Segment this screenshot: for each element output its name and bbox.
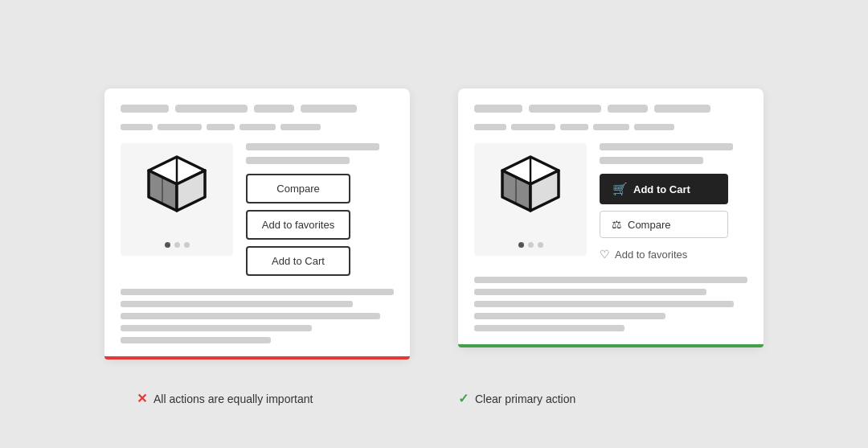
title-line-good: [600, 157, 703, 164]
heart-icon: ♡: [600, 248, 610, 261]
good-icon: ✓: [458, 391, 469, 406]
header-line-g3: [608, 105, 648, 113]
desc-line-g5: [474, 325, 624, 331]
header-line-4: [301, 105, 357, 113]
compare-button-bad[interactable]: Compare: [246, 174, 350, 203]
product-image-area-good: [474, 143, 587, 256]
header-line-g1: [474, 105, 522, 113]
desc-line-g4: [474, 313, 665, 319]
desc-skeleton-bad: [121, 289, 394, 343]
dot-3: [184, 242, 190, 248]
header-line-1: [121, 105, 169, 113]
product-info-bad: Compare Add to favorites Add to Cart: [246, 143, 394, 276]
price-line: [246, 143, 379, 150]
nav-line-g5: [634, 124, 674, 130]
product-info-good: 🛒 Add to Cart ⚖ Compare ♡ Add to favorit…: [600, 143, 747, 264]
desc-line-g3: [474, 301, 734, 307]
desc-line-1: [121, 289, 394, 295]
favorites-button-good[interactable]: ♡ Add to favorites: [600, 245, 747, 264]
nav-line-g4: [593, 124, 629, 130]
add-to-cart-label: Add to Cart: [633, 183, 690, 195]
bad-caption: ✕ All actions are equally important: [137, 391, 410, 406]
good-caption-text: Clear primary action: [475, 393, 575, 405]
box-product-icon-good: [494, 153, 567, 217]
nav-line-1: [121, 124, 153, 130]
nav-line-g2: [511, 124, 555, 130]
desc-line-4: [121, 325, 312, 331]
desc-skeleton-good: [474, 277, 747, 331]
desc-line-3: [121, 313, 380, 319]
header-line-3: [254, 105, 294, 113]
header-line-2: [175, 105, 248, 113]
nav-line-5: [280, 124, 321, 130]
nav-line-g3: [560, 124, 588, 130]
image-dots: [165, 242, 190, 248]
dot-g2: [528, 242, 534, 248]
product-image-area: [121, 143, 233, 256]
good-card: 🛒 Add to Cart ⚖ Compare ♡ Add to favorit…: [458, 88, 764, 347]
bad-buttons-group: Compare Add to favorites Add to Cart: [246, 174, 394, 276]
bad-card-bar: [104, 356, 410, 360]
desc-line-2: [121, 301, 353, 307]
compare-button-good[interactable]: ⚖ Compare: [600, 211, 728, 238]
favorites-button-bad[interactable]: Add to favorites: [246, 210, 350, 240]
title-line: [246, 157, 350, 164]
nav-skeleton-good: [474, 124, 747, 130]
dot-2: [174, 242, 180, 248]
cart-icon: 🛒: [612, 182, 628, 196]
product-row-good: 🛒 Add to Cart ⚖ Compare ♡ Add to favorit…: [474, 143, 747, 264]
compare-label: Compare: [628, 219, 670, 231]
bad-icon: ✕: [137, 391, 147, 406]
nav-line-4: [240, 124, 276, 130]
box-product-icon: [141, 153, 213, 217]
favorites-label: Add to favorites: [615, 249, 687, 261]
desc-line-5: [121, 337, 271, 343]
product-row: Compare Add to favorites Add to Cart: [121, 143, 394, 276]
bad-card: Compare Add to favorites Add to Cart: [104, 88, 410, 360]
dot-g1: [518, 242, 524, 248]
good-card-bar: [458, 344, 764, 347]
good-buttons-group: 🛒 Add to Cart ⚖ Compare ♡ Add to favorit…: [600, 174, 747, 264]
dot-g3: [538, 242, 543, 248]
good-caption: ✓ Clear primary action: [458, 391, 731, 406]
image-dots-good: [518, 242, 543, 248]
add-to-cart-button-bad[interactable]: Add to Cart: [246, 246, 350, 276]
desc-line-g2: [474, 289, 706, 295]
header-line-g2: [529, 105, 601, 113]
bad-caption-text: All actions are equally important: [154, 393, 313, 405]
nav-skeleton: [121, 124, 394, 130]
add-to-cart-button-good[interactable]: 🛒 Add to Cart: [600, 174, 728, 204]
desc-line-g1: [474, 277, 747, 283]
nav-line-3: [207, 124, 235, 130]
header-line-g4: [654, 105, 710, 113]
main-container: Compare Add to favorites Add to Cart: [72, 56, 796, 392]
header-skeleton-good: [474, 105, 747, 113]
nav-line-2: [158, 124, 202, 130]
nav-line-g1: [474, 124, 506, 130]
header-skeleton: [121, 105, 394, 113]
price-line-good: [600, 143, 733, 150]
dot-1: [165, 242, 170, 248]
compare-icon: ⚖: [612, 218, 622, 231]
